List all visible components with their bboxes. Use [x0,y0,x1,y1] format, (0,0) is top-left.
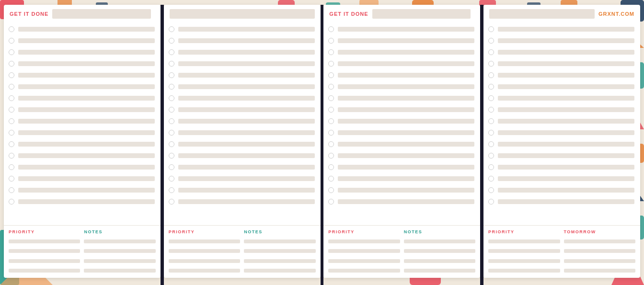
list-line [18,119,155,124]
circle-bullet [9,141,14,147]
circle-bullet [328,107,334,113]
list-line [178,176,315,181]
checklist-item [9,93,155,103]
circle-bullet [488,95,494,101]
checklist-item [328,139,474,149]
circle-bullet [488,84,494,90]
checklist-item [328,24,474,34]
list-line [18,199,155,204]
list-line [18,84,155,89]
checklist-item [488,47,634,57]
circle-bullet [169,141,174,147]
checklist-item [488,173,634,184]
circle-bullet [169,49,174,55]
circle-bullet [328,38,334,44]
nline [244,249,315,253]
circle-bullet [488,61,494,67]
checklist-item [169,173,315,184]
notes-lines-1 [84,238,155,274]
pline [328,239,400,243]
circle-bullet [9,118,14,124]
list-line [18,27,155,32]
tline [564,269,635,273]
list-line [178,27,315,32]
list-line [18,73,155,78]
checklist-item [488,185,634,195]
header-bar-1 [52,9,151,19]
list-line [18,50,155,55]
circle-bullet [328,95,334,101]
priority-box-1: PRIORITY [9,229,80,274]
checklist-item [328,150,474,161]
checklist-item [169,139,315,149]
checklist-item [169,58,315,69]
list-line [498,27,634,32]
circle-bullet [488,72,494,78]
checklist-item [488,24,634,34]
checklist-item [9,104,155,115]
list-line [498,50,634,55]
list-line [498,188,634,193]
list-line [338,27,474,32]
notes-label-3: NOTES [404,229,475,234]
list-line [178,38,315,43]
notes-label-1: NOTES [84,229,155,234]
checklist-item [9,150,155,161]
notes-box-1: NOTES [84,229,155,274]
checklist-item [9,58,155,69]
circle-bullet [328,61,334,67]
circle-bullet [9,49,14,55]
bottom-4: PRIORITY TOMORROW [483,225,640,278]
circle-bullet [169,72,174,78]
list-line [178,153,315,158]
list-line [178,188,315,193]
list-line [18,38,155,43]
circle-bullet [328,176,334,182]
checklist-item [169,162,315,172]
list-line [18,165,155,170]
pline [488,249,560,253]
tomorrow-label-4: TOMORROW [564,229,635,234]
tomorrow-box-4: TOMORROW [564,229,635,274]
list-line [338,153,474,158]
list-line [338,107,474,112]
checklist-item [9,162,155,172]
list-line [178,142,315,147]
checklist-3 [323,22,480,225]
brand-left-3: GET IT DONE [329,11,368,17]
tomorrow-lines-4 [564,238,635,274]
checklist-item [9,127,155,138]
list-line [498,199,634,204]
circle-bullet [169,153,174,159]
main-layout: GET IT DONE PRIORITY NOTES [0,0,644,285]
checklist-item [488,116,634,126]
priority-lines-3 [328,238,400,274]
circle-bullet [9,187,14,193]
checklist-item [169,47,315,57]
checklist-item [328,93,474,103]
list-line [498,38,634,43]
checklist-item [328,173,474,184]
circle-bullet [169,38,174,44]
circle-bullet [488,118,494,124]
card-2-header [164,5,321,22]
header-bar-3 [372,9,471,19]
circle-bullet [488,164,494,170]
checklist-4 [483,22,640,225]
pline [488,269,560,273]
checklist-item [9,35,155,46]
list-line [178,73,315,78]
nline [404,269,475,273]
circle-bullet [169,199,174,205]
pline [9,269,80,273]
card-3-header: GET IT DONE [323,5,480,22]
priority-label-2: PRIORITY [169,229,240,234]
nline [404,249,475,253]
notes-lines-2 [244,238,315,274]
list-line [18,153,155,158]
checklist-item [328,70,474,80]
checklist-item [488,104,634,115]
list-line [18,130,155,135]
nline [244,259,315,263]
checklist-item [328,162,474,172]
